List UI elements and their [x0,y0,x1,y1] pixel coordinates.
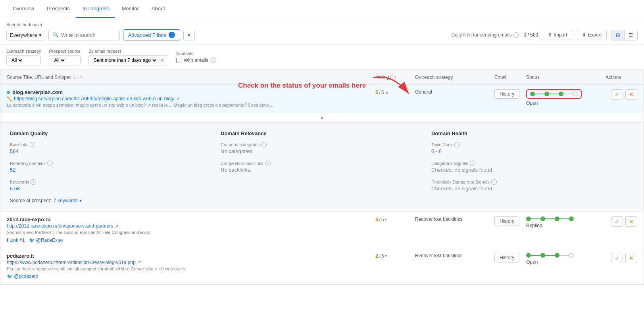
row2-status-label: Replied [526,223,542,228]
row1-outreach: General [415,89,494,95]
row2-history-button[interactable]: History [494,216,519,226]
row3-rating-chevron-icon[interactable]: ▾ [385,254,387,258]
row3-source: pcdazero.it https://www.pcdazero.it/form… [7,253,375,279]
outreach-strategy-select-input[interactable]: All [10,57,23,63]
tab-about[interactable]: About [145,0,171,18]
outreach-strategy-select[interactable]: All [6,55,41,65]
email-request-clear-button[interactable]: ✕ [160,57,165,63]
row3-url[interactable]: https://www.pcdazero.it/form-ordinelibri… [7,260,375,265]
advanced-filters-close-button[interactable]: ✕ [183,30,195,40]
advanced-filters-button[interactable]: Advanced Filters 1 [123,29,181,40]
prospect-source-select[interactable]: All [49,55,80,65]
row1-check-button[interactable]: ✓ [611,89,623,100]
tab-monitor[interactable]: Monitor [115,0,145,18]
pipeline-line-r2-2 [545,218,555,219]
import-button[interactable]: ⬆ Import [543,30,572,40]
row1-snippet: La domanda è vin troppo semplice: meglio… [7,102,375,108]
common-categories-value: No categories [221,148,423,154]
referring-info-icon[interactable]: i [47,161,53,166]
row1-status-label: Open [526,100,538,106]
pipeline-line-r3-2 [545,255,555,256]
row3-main: pcdazero.it https://www.pcdazero.it/form… [0,248,644,284]
tab-prospects[interactable]: Prospects [40,0,76,18]
twitter-icon-3: 🐦 [7,274,13,279]
row1-history: History [494,89,526,99]
pipeline-dot-r3-2 [540,253,545,258]
row2-status: Replied [526,216,606,228]
row3-social-links: 🐦 @pcdazero [7,274,375,279]
contacts-filter: Contacts With emails i [176,51,216,63]
with-emails-info-icon[interactable]: i [211,57,216,63]
row2-check-button[interactable]: ✓ [611,216,623,227]
pipeline-dot-r3-1 [526,253,531,258]
row1-expand-toggle[interactable]: ▲ [0,113,644,122]
row2-snippet: Sponsors and Partners | The Second Russi… [7,230,375,235]
keywords-info-icon[interactable]: i [31,179,36,185]
filter-row: Outreach strategy All Prospect source Al… [0,45,644,70]
row2-social-fb[interactable]: f Link #1 [7,237,25,243]
domain-health-section: Domain Health Toxic Rank i 0 - 6 Dangero… [431,130,634,203]
import-icon: ⬆ [548,32,552,38]
row2-rating-chevron-icon[interactable]: ▾ [385,217,387,222]
row3-social-tw[interactable]: 🐦 @pcdazero [7,274,38,279]
row3-snippet: Pagina dove vengono descritti tutti gli … [7,266,375,272]
backlinks-info-icon[interactable]: i [30,142,35,147]
dangerous-signals-info-icon[interactable]: i [470,161,475,166]
row2-close-button[interactable]: ✕ [625,216,637,227]
domain-quality-title: Domain Quality [10,130,213,136]
pipeline-dot-3 [559,92,563,96]
table-row: 2012.race-expo.ru http://2012.race-expo.… [0,212,644,248]
pipeline-dot-r3-4 [569,253,574,258]
row2-outreach: Recover lost backlinks [415,216,494,222]
row3-close-button[interactable]: ✕ [625,253,637,263]
row2-url[interactable]: http://2012.race-expo.ru/en/sponsors-and… [7,223,375,229]
list-view-button[interactable]: ☰ [625,30,637,40]
twitter-icon: 🐦 [29,237,35,243]
pipeline-dot-r2-1 [526,216,531,221]
toxic-rank-item: Toxic Rank i 0 - 6 [431,142,634,154]
row2-domain: 2012.race-expo.ru [7,216,375,222]
with-emails-checkbox[interactable] [176,58,181,63]
common-categories-item: Common categories i No categories [221,142,423,154]
toxic-rank-label: Toxic Rank i [431,142,634,147]
grid-view-button[interactable]: ⊞ [612,30,625,40]
daily-limit-info-icon[interactable]: i [513,32,519,38]
source-keywords-button[interactable]: 7 keywords ▾ [54,198,82,203]
row1-close-button[interactable]: ✕ [625,89,637,100]
export-button[interactable]: ⬇ Export [577,30,607,40]
advanced-filters-label: Advanced Filters [128,32,167,38]
search-input[interactable] [61,32,115,38]
common-categories-info-icon[interactable]: i [261,142,267,147]
scope-select[interactable]: Everywhere ▾ [6,30,45,40]
source-of-prospect: Source of prospect: 7 keywords ▾ [10,198,213,203]
row1-history-button[interactable]: History [494,89,519,99]
row1-pipeline [526,89,582,99]
outreach-strategy-filter: Outreach strategy All [6,49,41,65]
pipeline-dot-r2-4 [569,216,574,221]
competitors-backlinks-info-icon[interactable]: i [265,161,271,166]
row2-social-tw[interactable]: 🐦 @RaceExpo [29,237,63,243]
domain-dot-icon [7,91,10,94]
col-outreach: Outreach strategy [415,75,494,80]
pencil-icon: ✏️ [7,96,12,101]
search-toolbar: Search for domain Everywhere ▾ 🔍 Advance… [0,18,644,45]
domain-quality-section: Domain Quality Backlinks i 564 Referring… [10,130,213,203]
pipeline-line-2 [549,94,559,94]
annotation-arrow-icon [369,74,417,98]
advanced-filters-badge: 1 [169,32,175,38]
row3-history-button[interactable]: History [494,253,519,262]
email-request-filter: By email request Sent more than 7 days a… [88,49,168,65]
prospect-source-select-input[interactable]: All [52,57,66,63]
row3-check-button[interactable]: ✓ [611,253,623,263]
table-row: blog.serverplan.com ✏️ https://blog.serv… [0,84,644,212]
toxic-rank-info-icon[interactable]: i [454,142,460,147]
email-request-select[interactable]: Sent more than 7 days ago [92,57,158,63]
tab-overview[interactable]: Overview [6,0,40,18]
backlinks-item: Backlinks i 564 [10,142,213,154]
prospect-source-filter: Prospect source All [49,49,80,65]
tab-in-progress[interactable]: In Progress [76,0,115,18]
potentially-dangerous-info-icon[interactable]: i [491,179,497,185]
domain-relevance-title: Domain Relevance [221,130,423,136]
row2-history: History [494,216,526,226]
pipeline-dot-1 [530,92,535,96]
